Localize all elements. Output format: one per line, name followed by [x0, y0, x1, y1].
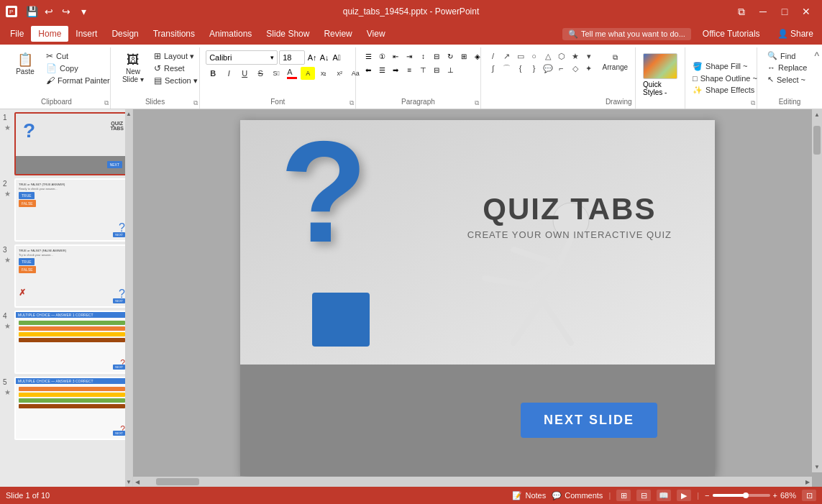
quick-styles-button[interactable]: Quick Styles - — [639, 50, 682, 99]
font-color-button[interactable]: A — [285, 67, 299, 80]
comments-button[interactable]: 💬 Comments — [552, 491, 603, 500]
font-expand[interactable]: ⧉ — [350, 99, 354, 107]
canvas-scroll-down[interactable]: ▼ — [814, 462, 820, 472]
shape-rect[interactable]: ▭ — [514, 50, 527, 62]
office-tutorials-link[interactable]: Office Tutorials — [697, 27, 766, 40]
bold-button[interactable]: B — [206, 67, 220, 80]
maximize-button[interactable]: □ — [775, 4, 795, 19]
shape-hex[interactable]: ⬡ — [555, 50, 568, 62]
share-button[interactable]: 👤 Share — [772, 27, 819, 40]
align-bottom-button[interactable]: ⊥ — [444, 64, 457, 75]
canvas-scroll-right[interactable]: ▶ — [803, 479, 812, 485]
shape-corner[interactable]: ⌐ — [555, 63, 568, 74]
fit-window-button[interactable]: ⊡ — [802, 490, 816, 501]
decrease-indent-button[interactable]: ⇤ — [389, 50, 402, 62]
menu-home[interactable]: Home — [31, 26, 68, 42]
align-center-button[interactable]: ☰ — [375, 64, 388, 75]
slide-image-4[interactable]: MULTIPLE CHOICE — ANSWER 1 CORRECT ? NEX… — [14, 311, 129, 374]
shape-tri[interactable]: △ — [542, 50, 554, 62]
canvas-scroll-thumb-v[interactable] — [813, 126, 821, 155]
drawing-expand[interactable]: ⧉ — [751, 99, 755, 107]
shape-circle[interactable]: ○ — [528, 50, 541, 62]
shape-brace-r[interactable]: } — [528, 63, 541, 74]
strikethrough-button[interactable]: S — [253, 67, 268, 80]
slide-image-3[interactable]: TRUE or FALSE? (FALSE ANSWER) Try to che… — [14, 244, 129, 308]
align-right-button[interactable]: ➡ — [389, 64, 402, 75]
menu-insert[interactable]: Insert — [68, 26, 104, 42]
shape-outline-button[interactable]: □ Shape Outline ~ — [688, 73, 762, 83]
text-columns-button[interactable]: ⊟ — [430, 50, 443, 62]
menu-slideshow[interactable]: Slide Show — [259, 26, 316, 42]
shadow-button[interactable]: S⃣ — [269, 67, 283, 80]
shape-callout[interactable]: 💬 — [542, 63, 554, 74]
reading-view-button[interactable]: 📖 — [657, 490, 671, 501]
paragraph-expand[interactable]: ⧉ — [475, 99, 479, 107]
underline-button[interactable]: U — [237, 67, 252, 80]
paste-button[interactable]: 📋 Paste — [9, 50, 42, 78]
cut-button[interactable]: ✂ Cut — [43, 50, 113, 62]
clear-format-button[interactable]: A⃝ — [331, 52, 342, 63]
shape-star[interactable]: ★ — [569, 50, 582, 62]
shape-effects-button[interactable]: ✨ Shape Effects — [688, 85, 762, 96]
copy-button[interactable]: 📄 Copy — [43, 63, 113, 74]
minimize-button[interactable]: ─ — [753, 4, 773, 19]
zoom-slider-handle[interactable] — [743, 492, 749, 498]
align-top-button[interactable]: ⊤ — [416, 64, 429, 75]
next-slide-button[interactable]: NEXT SLIDE — [521, 403, 657, 438]
normal-view-button[interactable]: ⊞ — [616, 490, 631, 501]
new-slide-button[interactable]: 🖼 NewSlide ▾ — [117, 50, 150, 86]
replace-button[interactable]: ↔ Replace — [763, 63, 811, 73]
slides-expand[interactable]: ⧉ — [193, 99, 198, 107]
slide-image-2[interactable]: TRUE or FALSE? (TRUE ANSWER) Ready to ch… — [14, 178, 129, 242]
reset-button[interactable]: ↺ Reset — [151, 63, 201, 74]
slide-thumb-4[interactable]: 4 ★ MULTIPLE CHOICE — ANSWER 1 CORRECT ? — [3, 311, 129, 374]
bullets-button[interactable]: ☰ — [362, 50, 375, 62]
slide-thumb-5[interactable]: 5 ★ MULTIPLE CHOICE — ANSWER 3 CORRECT ? — [3, 377, 129, 440]
find-button[interactable]: 🔍 Find — [763, 50, 800, 61]
customize-button[interactable]: ▾ — [76, 4, 91, 19]
align-middle-button[interactable]: ⊟ — [430, 64, 443, 75]
shape-brace-l[interactable]: { — [514, 63, 527, 74]
scroll-up-button[interactable]: ▲ — [124, 109, 133, 119]
decrease-font-button[interactable]: A↓ — [319, 52, 330, 63]
superscript-button[interactable]: x² — [332, 67, 347, 80]
text-direction-button[interactable]: ↻ — [444, 50, 457, 62]
close-button[interactable]: ✕ — [796, 4, 816, 19]
more-shapes[interactable]: ▾ — [583, 50, 595, 62]
canvas-scroll-up[interactable]: ▲ — [814, 109, 820, 120]
zoom-out-button[interactable]: − — [705, 491, 709, 500]
italic-button[interactable]: I — [222, 67, 236, 80]
slideshow-button[interactable]: ▶ — [677, 490, 691, 501]
undo-button[interactable]: ↩ — [42, 4, 56, 19]
zoom-slider[interactable] — [713, 494, 770, 497]
slide-image-5[interactable]: MULTIPLE CHOICE — ANSWER 3 CORRECT ? NEX… — [14, 377, 129, 440]
line-spacing-button[interactable]: ↕ — [416, 50, 429, 62]
font-size-selector[interactable]: 18 — [279, 50, 305, 65]
menu-design[interactable]: Design — [104, 26, 145, 42]
select-button[interactable]: ↖ Select ~ — [763, 74, 810, 85]
shape-line[interactable]: / — [487, 50, 500, 62]
canvas-scroll-left[interactable]: ◀ — [133, 479, 142, 485]
menu-transitions[interactable]: Transitions — [146, 26, 202, 42]
shape-fill-button[interactable]: 🪣 Shape Fill ~ — [688, 61, 762, 72]
increase-indent-button[interactable]: ⇥ — [403, 50, 416, 62]
menu-animations[interactable]: Animations — [202, 26, 259, 42]
slide-thumb-3[interactable]: 3 ★ TRUE or FALSE? (FALSE ANSWER) Try to… — [3, 244, 129, 308]
align-text-button[interactable]: ⊞ — [457, 50, 470, 62]
zoom-in-button[interactable]: + — [773, 491, 777, 500]
save-button[interactable]: 💾 — [24, 4, 39, 19]
shape-curve-1[interactable]: ∫ — [487, 63, 500, 74]
layout-button[interactable]: ⊞ Layout ▾ — [151, 50, 201, 62]
slide-sorter-button[interactable]: ⊟ — [636, 490, 651, 501]
notes-button[interactable]: 📝 Notes — [512, 491, 546, 500]
canvas-scroll-thumb-h[interactable] — [156, 478, 199, 485]
search-box[interactable]: 🔍 Tell me what you want to do... — [562, 28, 691, 40]
format-painter-button[interactable]: 🖌 Format Painter — [43, 75, 113, 86]
section-button[interactable]: ▤ Section ▾ — [151, 75, 201, 86]
arrange-button[interactable]: ⧉ Arrange — [598, 50, 633, 74]
menu-view[interactable]: View — [360, 26, 393, 42]
shape-more[interactable]: ✦ — [583, 63, 595, 74]
menu-file[interactable]: File — [3, 26, 31, 42]
shape-misc[interactable]: ◇ — [569, 63, 582, 74]
restore-button[interactable]: ⧉ — [731, 4, 752, 19]
